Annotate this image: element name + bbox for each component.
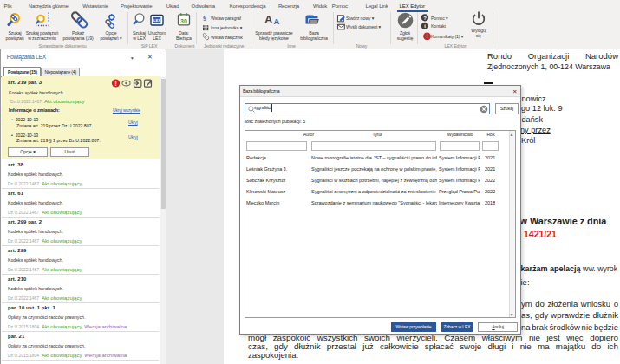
svg-text:A: A — [274, 16, 280, 26]
svg-text:?: ? — [423, 16, 427, 21]
svg-text:!: ! — [114, 79, 117, 87]
svg-text:30: 30 — [180, 18, 187, 24]
svg-text:A: A — [264, 13, 273, 26]
svg-text:!: ! — [426, 33, 427, 39]
svg-text:LEX: LEX — [153, 18, 160, 23]
svg-text:§: § — [203, 14, 206, 22]
